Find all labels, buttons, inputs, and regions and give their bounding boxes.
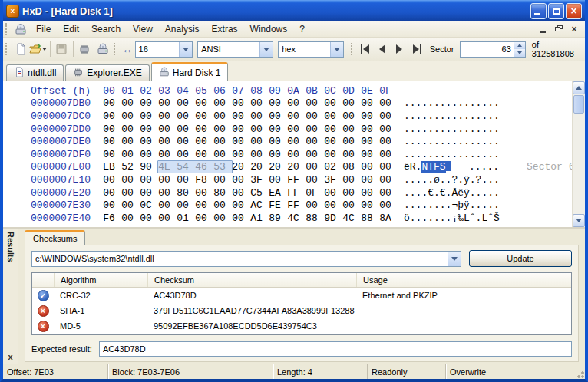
table-row[interactable]: ×SHA-1379FD511C6C1EAAD77C7344AFA83A38999…	[32, 303, 571, 318]
hex-byte[interactable]: 00	[287, 110, 299, 122]
hex-byte[interactable]: 00	[103, 136, 115, 147]
sector-input[interactable]	[461, 44, 513, 54]
hex-byte[interactable]: 00	[103, 174, 115, 186]
hex-byte[interactable]: 00	[140, 149, 152, 160]
mdi-close-button[interactable]: ×	[568, 24, 580, 35]
hex-byte[interactable]: 00	[250, 136, 263, 147]
hex-byte[interactable]: 00	[342, 110, 355, 122]
hex-byte[interactable]: 3F	[324, 174, 336, 186]
first-sector-button[interactable]	[356, 41, 373, 58]
hex-byte[interactable]: 00	[269, 136, 281, 147]
open-dropdown-icon[interactable]	[42, 48, 47, 51]
hex-byte[interactable]: 00	[287, 136, 299, 147]
hex-byte[interactable]: 00	[195, 110, 207, 122]
hex-byte[interactable]: 00	[306, 149, 318, 160]
menu-item-edit[interactable]: Edit	[57, 22, 85, 36]
scroll-up-button[interactable]	[573, 81, 585, 94]
tab-ntdll-dll[interactable]: ntdll.dll	[6, 64, 64, 81]
hex-byte[interactable]: 8A	[379, 212, 391, 224]
hex-byte[interactable]: 00	[361, 199, 373, 211]
hex-byte[interactable]: 00	[213, 199, 226, 211]
hex-byte[interactable]: 00	[213, 110, 226, 122]
hex-byte[interactable]: 00	[379, 161, 391, 173]
maximize-button[interactable]	[548, 3, 564, 19]
selected-bytes[interactable]: 4E544653	[157, 160, 233, 173]
hex-byte[interactable]: 54	[177, 161, 189, 173]
open-ram-button[interactable]	[76, 40, 94, 58]
row-ascii[interactable]: ................	[404, 136, 500, 147]
hex-byte[interactable]: 00	[361, 174, 373, 186]
hex-byte[interactable]: 00	[103, 199, 115, 211]
hex-byte[interactable]: 00	[177, 174, 189, 186]
hex-byte[interactable]: 00	[103, 97, 115, 109]
column-header-usage[interactable]: Usage	[356, 273, 571, 287]
hex-byte[interactable]: 00	[232, 187, 244, 199]
hex-byte[interactable]: 00	[361, 136, 373, 147]
hex-byte[interactable]: 4C	[342, 212, 355, 224]
hex-byte[interactable]: 00	[287, 149, 299, 160]
hex-byte[interactable]: 00	[213, 97, 226, 109]
tab-explorer-exe[interactable]: Explorer.EXE	[65, 64, 149, 81]
hex-byte[interactable]: 00	[342, 199, 355, 211]
hex-byte[interactable]: 00	[232, 212, 244, 224]
hex-byte[interactable]: FF	[287, 174, 299, 186]
hex-byte[interactable]: 00	[177, 110, 189, 122]
mdi-minimize-button[interactable]	[537, 24, 550, 35]
hex-byte[interactable]: 00	[342, 123, 355, 135]
hex-byte[interactable]: 52	[121, 161, 134, 173]
bytes-per-row-button[interactable]: ↔	[120, 40, 134, 58]
toolbar-grip[interactable]	[114, 43, 116, 55]
hex-byte[interactable]: 00	[158, 123, 170, 135]
hex-byte[interactable]: 00	[361, 187, 373, 199]
hex-byte[interactable]: 80	[177, 187, 189, 199]
row-ascii[interactable]: ................	[404, 123, 500, 135]
last-sector-button[interactable]	[408, 41, 424, 58]
hex-byte[interactable]: AC	[250, 199, 263, 211]
toolbar-grip[interactable]	[351, 43, 353, 55]
hex-byte[interactable]: 00	[306, 123, 318, 135]
hex-byte[interactable]: 00	[269, 110, 281, 122]
menu-item-search[interactable]: Search	[85, 22, 127, 36]
hex-byte[interactable]: 00	[195, 212, 207, 224]
hex-byte[interactable]: 00	[195, 149, 207, 160]
hex-byte[interactable]: 00	[158, 110, 170, 122]
encoding-combo[interactable]: ANSI	[197, 41, 273, 58]
hex-byte[interactable]: 00	[361, 161, 373, 173]
hex-byte[interactable]: 00	[177, 123, 189, 135]
hex-byte[interactable]: 00	[361, 110, 373, 122]
hex-byte[interactable]: FE	[269, 199, 281, 211]
hex-byte[interactable]: EB	[103, 161, 115, 173]
hex-byte[interactable]: 00	[342, 174, 355, 186]
hex-byte[interactable]: 00	[379, 97, 391, 109]
hex-byte[interactable]: 00	[121, 110, 134, 122]
toolbar-grip[interactable]	[5, 43, 8, 55]
row-ascii[interactable]: ................	[404, 149, 500, 160]
combo-dropdown-button[interactable]	[330, 42, 343, 57]
hex-byte[interactable]: 00	[140, 187, 152, 199]
hex-byte[interactable]: 00	[324, 110, 336, 122]
hex-byte[interactable]: 00	[324, 136, 336, 147]
hex-byte[interactable]: 00	[361, 149, 373, 160]
hex-byte[interactable]: 00	[158, 212, 170, 224]
hex-byte[interactable]: 20	[232, 161, 244, 173]
hex-byte[interactable]: 46	[195, 161, 207, 173]
open-file-button[interactable]	[29, 40, 47, 58]
hex-byte[interactable]: 00	[269, 149, 281, 160]
row-ascii[interactable]: ................	[404, 110, 500, 122]
menu-item-view[interactable]: View	[127, 22, 159, 36]
hex-byte[interactable]: 00	[140, 174, 152, 186]
resize-grip[interactable]	[574, 368, 585, 379]
hex-byte[interactable]: 0F	[306, 187, 318, 199]
hex-byte[interactable]: C5	[250, 187, 263, 199]
expected-result-input[interactable]	[99, 341, 572, 357]
hex-byte[interactable]: 00	[250, 97, 263, 109]
hex-byte[interactable]: 88	[361, 212, 373, 224]
combo-dropdown-button[interactable]	[179, 42, 192, 57]
hex-byte[interactable]: F8	[195, 174, 207, 186]
spin-down-button[interactable]	[514, 49, 525, 57]
hex-byte[interactable]: 00	[103, 187, 115, 199]
table-row[interactable]: ✓CRC-32AC43D78DEthernet and PKZIP	[32, 288, 571, 303]
hex-byte[interactable]: 00	[379, 187, 391, 199]
hex-byte[interactable]: 00	[195, 97, 207, 109]
hex-byte[interactable]: 00	[342, 187, 355, 199]
